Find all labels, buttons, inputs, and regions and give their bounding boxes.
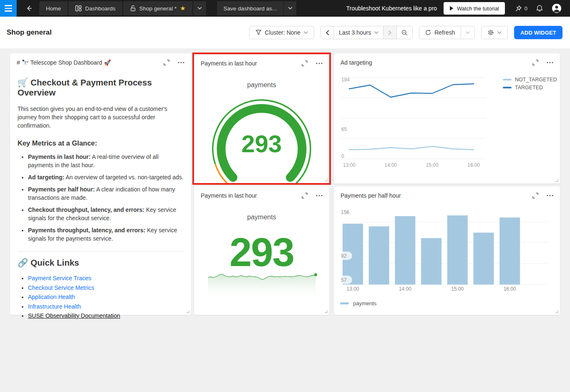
add-widget-button[interactable]: ADD WIDGET xyxy=(514,26,562,39)
dashboard-toolbar: Cluster: None Last 3 hours xyxy=(249,26,562,39)
chevron-right-icon xyxy=(388,30,392,35)
widget-payments-gauge: Payments in last hour payments 293 xyxy=(194,54,329,183)
list-item: Infrastructure Health xyxy=(28,302,184,312)
chevron-down-icon xyxy=(374,31,378,34)
legend-swatch xyxy=(503,79,512,81)
save-dashboard-chevron[interactable] xyxy=(284,1,296,15)
link-payment-service-traces[interactable]: Payment Service Traces xyxy=(28,275,91,281)
topbar-icons: 0 xyxy=(511,3,566,13)
svg-text:14:00: 14:00 xyxy=(384,162,397,168)
cluster-filter-label: Cluster: None xyxy=(265,29,301,36)
svg-text:13:00: 13:00 xyxy=(343,162,356,168)
divider xyxy=(18,251,184,252)
zoom-out-time-button[interactable] xyxy=(396,26,412,39)
list-item: Payment Service Traces xyxy=(28,274,184,283)
chart-legend: NOT_TARGETED TARGETED xyxy=(503,77,557,90)
pinned-views-button[interactable]: 0 xyxy=(511,5,532,12)
legend-swatch xyxy=(340,302,349,304)
svg-text:92: 92 xyxy=(341,253,347,259)
markdown-subheading: Key Metrics at a Glance: xyxy=(18,139,184,147)
user-menu-button[interactable] xyxy=(547,3,566,13)
list-item: Payments in last hour: A real-time overv… xyxy=(28,153,184,169)
link-checkout-service-metrics[interactable]: Checkout Service Metrics xyxy=(28,284,94,291)
list-item: SUSE Observability Documentation xyxy=(28,311,184,321)
svg-text:14:00: 14:00 xyxy=(399,286,411,292)
refresh-icon xyxy=(425,30,431,35)
svg-text:0: 0 xyxy=(341,153,344,159)
list-item: Payments per half hour: A clear indicati… xyxy=(28,185,184,202)
widget-payments-per-half-hour: Payments per half hour 156925713:0014:00… xyxy=(334,186,560,315)
settings-control[interactable] xyxy=(481,26,508,39)
resize-handle-icon[interactable] xyxy=(555,310,558,313)
dashboard-grid: # 🔭 Telescope Shop Dashboard 🚀 🛒 Checkou… xyxy=(0,48,570,392)
pin-count: 0 xyxy=(525,5,527,12)
page-header: Shop general Cluster: None Last 3 hours xyxy=(0,17,570,48)
key-metrics-list: Payments in last hour: A real-time overv… xyxy=(18,153,184,243)
watch-tutorial-label: Watch the tutorial xyxy=(457,5,499,12)
resize-handle-icon[interactable] xyxy=(324,310,328,313)
resize-handle-icon[interactable] xyxy=(186,310,189,313)
svg-text:15:00: 15:00 xyxy=(451,286,464,292)
legend-item-not-targeted[interactable]: NOT_TARGETED xyxy=(503,77,557,83)
link-application-health[interactable]: Application Health xyxy=(28,294,75,300)
highlighted-widget-outline: Payments in last hour payments 293 xyxy=(192,53,331,185)
tab-shop-general[interactable]: Shop general * ★ xyxy=(123,1,192,15)
legend-swatch xyxy=(503,87,512,89)
quick-links-list: Payment Service Traces Checkout Service … xyxy=(18,274,184,321)
widget-title: # 🔭 Telescope Shop Dashboard 🚀 xyxy=(17,59,111,66)
time-forward-button[interactable] xyxy=(383,26,396,39)
promo-text: Troubleshoot Kubernetes like a pro xyxy=(346,5,437,12)
refresh-control: Refresh xyxy=(419,26,475,39)
widget-payments-number: Payments in last hour payments 293 xyxy=(194,186,329,315)
tab-home-label: Home xyxy=(46,5,61,12)
markdown-heading: 🛒 Checkout & Payment Process Overview xyxy=(18,78,184,98)
chart-legend[interactable]: payments xyxy=(340,300,376,307)
expand-widget-icon[interactable] xyxy=(164,60,169,65)
save-dashboard-label: Save dashboard as... xyxy=(224,5,277,12)
refresh-button[interactable]: Refresh xyxy=(419,26,461,39)
favorite-star-icon[interactable]: ★ xyxy=(180,5,185,12)
time-back-button[interactable] xyxy=(321,26,334,39)
resize-handle-icon[interactable] xyxy=(324,178,328,181)
svg-text:15:00: 15:00 xyxy=(426,162,439,168)
time-range-button[interactable]: Last 3 hours xyxy=(334,26,383,39)
tab-shop-general-label: Shop general * xyxy=(139,5,177,12)
widget-ad-targeting: Ad targeting 18465013:0014:0015:0016:00 … xyxy=(334,53,560,183)
tab-dashboards[interactable]: Dashboards xyxy=(68,1,122,15)
link-suse-observability-docs[interactable]: SUSE Observability Documentation xyxy=(28,312,120,319)
markdown-content: 🛒 Checkout & Payment Process Overview Th… xyxy=(18,72,184,321)
tab-dashboards-label: Dashboards xyxy=(85,5,116,12)
play-icon xyxy=(449,6,454,11)
bell-icon xyxy=(536,5,543,12)
list-item: Application Health xyxy=(28,292,184,302)
svg-text:65: 65 xyxy=(341,126,347,132)
legend-item-targeted[interactable]: TARGETED xyxy=(503,85,557,90)
back-arrow-icon[interactable] xyxy=(22,1,36,15)
top-navigation-bar: Home Dashboards Shop general * ★ xyxy=(0,0,570,17)
refresh-options-chevron[interactable] xyxy=(461,26,474,39)
widget-menu-icon[interactable] xyxy=(178,62,184,63)
list-item: Payments throughput, latency, and errors… xyxy=(28,226,184,243)
ad-targeting-chart[interactable]: 18465013:0014:0015:0016:00 xyxy=(334,53,560,183)
pin-icon xyxy=(515,5,522,12)
chevron-down-icon xyxy=(304,31,308,34)
hamburger-menu-icon[interactable] xyxy=(0,0,17,17)
widget-markdown: # 🔭 Telescope Shop Dashboard 🚀 🛒 Checkou… xyxy=(10,53,191,315)
notifications-button[interactable] xyxy=(532,5,547,12)
avatar-icon xyxy=(552,3,562,13)
svg-text:16:00: 16:00 xyxy=(504,286,516,292)
watch-tutorial-button[interactable]: Watch the tutorial xyxy=(444,2,505,15)
dashboards-icon xyxy=(75,5,82,12)
link-infrastructure-health[interactable]: Infrastructure Health xyxy=(28,303,81,310)
tab-home[interactable]: Home xyxy=(39,1,68,15)
save-dashboard-split-button: Save dashboard as... xyxy=(217,1,297,15)
payments-bar-chart[interactable]: 156925713:0014:0015:0016:00 xyxy=(334,186,560,315)
payments-gauge-chart[interactable] xyxy=(194,54,329,183)
page-title: Shop general xyxy=(7,28,52,37)
resize-handle-icon[interactable] xyxy=(555,178,558,182)
payments-sparkline-chart[interactable] xyxy=(194,186,329,315)
cluster-filter-button[interactable]: Cluster: None xyxy=(249,26,315,39)
tab-overflow-chevron[interactable] xyxy=(193,1,206,15)
list-item: Ad targeting: An overview of targeted vs… xyxy=(28,173,184,181)
save-dashboard-button[interactable]: Save dashboard as... xyxy=(217,1,284,15)
